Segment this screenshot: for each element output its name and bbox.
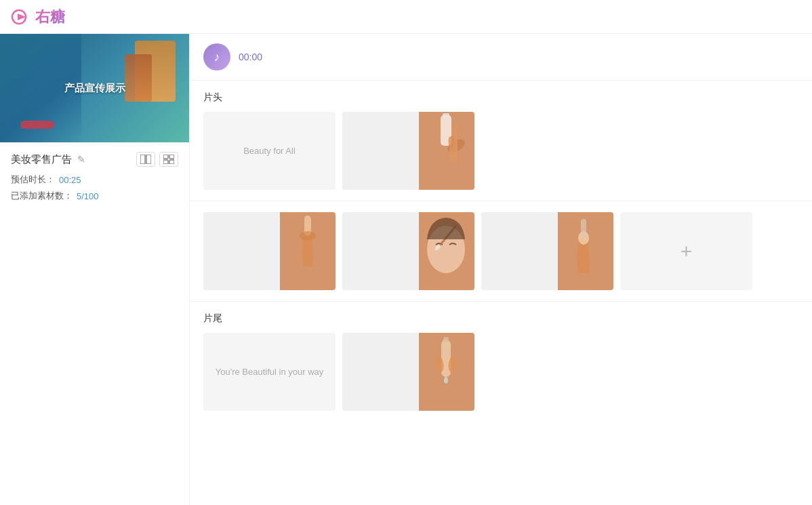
thumbnail-text: 产品宣传展示	[64, 82, 125, 95]
intro-split-left	[342, 112, 419, 190]
svg-point-13	[300, 231, 316, 241]
outro-hand-svg	[419, 333, 473, 411]
middle-card-1-left	[203, 212, 280, 290]
intro-split-card[interactable]	[342, 112, 474, 190]
intro-hand-image	[419, 112, 474, 190]
thumbnail-overlay: 产品宣传展示	[0, 34, 189, 142]
duration-row: 预估时长： 00:25	[11, 174, 178, 186]
svg-rect-3	[146, 155, 151, 164]
assets-value: 5/100	[77, 191, 99, 201]
main-layout: 产品宣传展示 美妆零售广告 ✎	[0, 34, 812, 505]
intro-card-grid: Beauty for All	[203, 112, 798, 190]
music-bar: ♪ 00:00	[190, 34, 812, 81]
outro-split-right	[419, 333, 474, 411]
grid-view-icon	[163, 155, 174, 164]
sidebar: 产品宣传展示 美妆零售广告 ✎	[0, 34, 190, 505]
duration-label: 预估时长：	[11, 174, 55, 186]
svg-rect-4	[163, 155, 168, 159]
intro-card-text: Beauty for All	[238, 140, 301, 161]
logo-text: 右糖	[35, 7, 65, 27]
outro-hand-image	[419, 333, 474, 411]
middle-face-image	[419, 212, 474, 290]
hand3-svg	[558, 212, 612, 290]
music-time: 00:00	[239, 52, 262, 62]
outro-title: 片尾	[203, 312, 798, 325]
grid-view-button[interactable]	[159, 152, 178, 167]
svg-rect-7	[169, 160, 174, 164]
intro-title: 片头	[203, 92, 798, 104]
face-svg	[419, 212, 473, 290]
header: 右糖	[0, 0, 812, 34]
middle-card-2[interactable]	[342, 212, 474, 290]
middle-card-1-right	[280, 212, 336, 290]
svg-rect-20	[443, 337, 449, 342]
middle-card-2-right	[419, 212, 474, 290]
outro-card-grid: You're Beautiful in your way	[203, 333, 798, 411]
outro-card-text: You're Beautiful in your way	[210, 361, 329, 382]
add-card[interactable]: +	[620, 212, 752, 290]
intro-split-right	[419, 112, 474, 190]
middle-card-3-right	[558, 212, 613, 290]
sidebar-info: 美妆零售广告 ✎	[0, 142, 189, 216]
assets-label: 已添加素材数：	[11, 190, 73, 202]
add-icon: +	[681, 241, 693, 262]
sidebar-title-row: 美妆零售广告 ✎	[11, 152, 178, 167]
sidebar-title: 美妆零售广告	[11, 153, 72, 166]
logo-icon	[11, 6, 33, 28]
sidebar-thumbnail: 产品宣传展示	[0, 34, 189, 142]
split-view-button[interactable]	[136, 152, 155, 167]
svg-point-21	[444, 377, 448, 384]
sidebar-actions	[136, 152, 178, 167]
svg-rect-19	[441, 340, 451, 377]
logo: 右糖	[11, 6, 65, 28]
outro-section: 片尾 You're Beautiful in your way	[190, 302, 812, 422]
content-area: ♪ 00:00 片头 Beauty for All	[190, 34, 812, 505]
middle-section: +	[190, 201, 812, 302]
edit-icon[interactable]: ✎	[77, 154, 85, 165]
intro-section: 片头 Beauty for All	[190, 81, 812, 201]
middle-card-3[interactable]	[481, 212, 613, 290]
hand-svg	[419, 112, 473, 190]
duration-value: 00:25	[59, 175, 81, 185]
hand1-svg	[280, 212, 334, 290]
middle-card-grid: +	[203, 212, 798, 290]
svg-rect-6	[163, 160, 168, 164]
middle-card-3-left	[481, 212, 558, 290]
outro-split-left	[342, 333, 419, 411]
music-icon-circle[interactable]: ♪	[203, 43, 230, 70]
svg-rect-11	[443, 113, 449, 117]
intro-text-card[interactable]: Beauty for All	[203, 112, 336, 190]
outro-split-card[interactable]	[342, 333, 474, 411]
music-note-icon: ♪	[214, 50, 220, 64]
outro-text-card[interactable]: You're Beautiful in your way	[203, 333, 336, 411]
split-view-icon	[140, 155, 151, 164]
thumbnail-bg: 产品宣传展示	[0, 34, 189, 142]
svg-rect-2	[140, 155, 145, 164]
svg-rect-5	[169, 155, 174, 159]
middle-card-1[interactable]	[203, 212, 336, 290]
svg-rect-18	[581, 219, 586, 238]
middle-card-2-left	[342, 212, 419, 290]
middle-hand3-image	[558, 212, 613, 290]
assets-row: 已添加素材数： 5/100	[11, 190, 178, 202]
middle-hand1-image	[280, 212, 336, 290]
